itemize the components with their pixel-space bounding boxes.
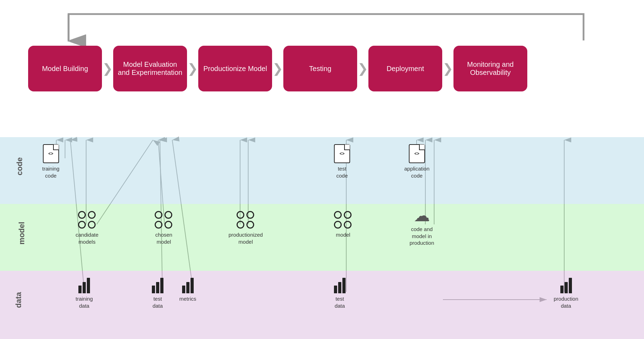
stage-testing: Testing xyxy=(283,46,357,91)
stage-monitoring: Monitoring and Observability xyxy=(453,46,527,91)
layer-label-data: data xyxy=(14,292,23,308)
layer-data-bg xyxy=(0,271,644,339)
stage-deployment: Deployment xyxy=(368,46,442,91)
production-data-icon xyxy=(560,278,572,293)
layer-label-code: code xyxy=(15,157,24,175)
item-production-data: production data xyxy=(554,278,578,309)
item-test-code: <> test code xyxy=(334,144,350,179)
productionized-model-icon xyxy=(237,211,255,229)
item-test-data-eval: test data xyxy=(152,278,163,309)
chevron-1: ❯ xyxy=(102,46,113,91)
layer-label-model: model xyxy=(17,222,26,245)
item-chosen-model: chosen model xyxy=(155,211,173,245)
test-code-icon: <> xyxy=(334,144,350,163)
training-code-icon: <> xyxy=(43,144,59,163)
item-model-testing: model xyxy=(334,211,352,238)
metrics-icon xyxy=(182,278,194,293)
item-training-data: training data xyxy=(76,278,93,309)
test-data-eval-icon xyxy=(152,278,163,293)
test-data-testing-icon xyxy=(334,278,346,293)
chevron-3: ❯ xyxy=(272,46,283,91)
item-metrics: metrics xyxy=(179,278,196,302)
layers-section: code model data <> training code <> test… xyxy=(0,137,644,339)
chevron-2: ❯ xyxy=(187,46,198,91)
stage-productionize-model: Productionize Model xyxy=(198,46,272,91)
item-test-data-testing: test data xyxy=(334,278,346,309)
chosen-model-icon xyxy=(155,211,173,229)
cloud-icon: ☁ xyxy=(414,207,430,224)
training-data-icon xyxy=(78,278,90,293)
diagram-container: { "stages": [ {"id": "model-building", "… xyxy=(0,0,644,339)
model-testing-icon xyxy=(334,211,352,229)
chevron-4: ❯ xyxy=(357,46,368,91)
item-application-code: <> application code xyxy=(404,144,430,179)
application-code-icon: <> xyxy=(409,144,425,163)
item-productionized-model: productionized model xyxy=(228,211,263,245)
item-candidate-models: candidate models xyxy=(76,211,98,245)
chevron-5: ❯ xyxy=(442,46,453,91)
stage-model-evaluation: Model Evaluation and Experimentation xyxy=(113,46,187,91)
item-training-code: <> training code xyxy=(42,144,59,179)
item-code-model-production: ☁ code and model in production xyxy=(410,207,434,247)
candidate-models-icon xyxy=(78,211,96,229)
layer-code-bg xyxy=(0,137,644,204)
stage-model-building: Model Building xyxy=(28,46,102,91)
stages-row: Model Building ❯ Model Evaluation and Ex… xyxy=(28,46,633,91)
